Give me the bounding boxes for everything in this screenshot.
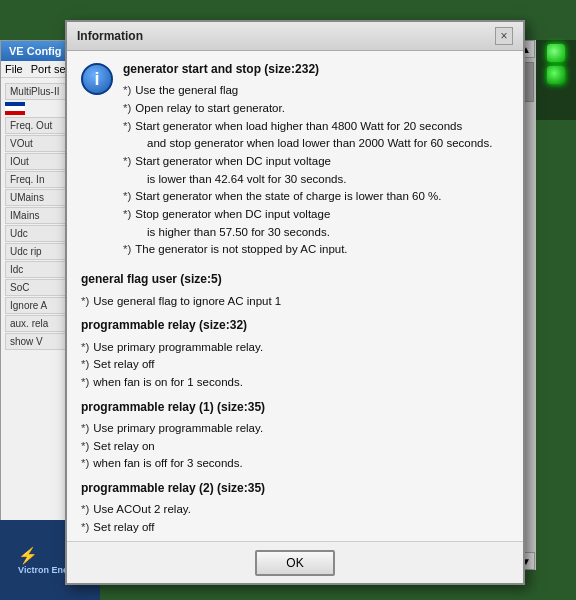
bullet-symbol: *) [123, 206, 131, 223]
bullet-text: Start generator when the state of charge… [135, 188, 509, 205]
bullet-item: *) Use the general flag [123, 82, 509, 99]
indent-item: and stop generator when load lower than … [123, 135, 509, 152]
bullet-item: *) The generator is not stopped by AC in… [123, 241, 509, 258]
bullet-item: *) Use primary programmable relay. [81, 339, 509, 356]
bullet-text: Use ACOut 2 relay. [93, 501, 509, 518]
bullet-symbol: *) [81, 501, 89, 518]
prog-relay-1-section: programmable relay (1) (size:35) *) Use … [81, 399, 509, 472]
bullet-symbol: *) [81, 356, 89, 373]
prog-relay-2-header: programmable relay (2) (size:35) [81, 480, 509, 497]
general-flag-section: general flag user (size:5) *) Use genera… [81, 271, 509, 309]
bullet-item: *) Start generator when load higher than… [123, 118, 509, 135]
bullet-symbol: *) [123, 188, 131, 205]
prog-relay-2-section: programmable relay (2) (size:35) *) Use … [81, 480, 509, 542]
dialog-close-button[interactable]: × [495, 27, 513, 45]
bullet-item: *) Stop generator when DC input voltage [123, 206, 509, 223]
led-dot-2 [547, 66, 565, 84]
bullet-symbol: *) [81, 339, 89, 356]
bullet-text: Set relay off [93, 356, 509, 373]
bullet-symbol: *) [81, 438, 89, 455]
bullet-symbol: *) [123, 241, 131, 258]
bullet-symbol: *) [81, 420, 89, 437]
bg-app-title: VE Config [9, 45, 62, 57]
bullet-symbol: *) [81, 293, 89, 310]
bullet-text: Start generator when DC input voltage [135, 153, 509, 170]
bullet-text: Use primary programmable relay. [93, 420, 509, 437]
prog-relay-section: programmable relay (size:32) *) Use prim… [81, 317, 509, 390]
dialog-titlebar: Information × [67, 22, 523, 51]
led-dot-1 [547, 44, 565, 62]
ok-button[interactable]: OK [255, 550, 335, 576]
bullet-item: *) Start generator when the state of cha… [123, 188, 509, 205]
bg-menu-file: File [5, 63, 23, 75]
gen-info-section: i generator start and stop (size:232) *)… [81, 61, 509, 259]
dialog-footer: OK [67, 541, 523, 583]
gen-section-header: generator start and stop (size:232) [123, 61, 509, 78]
bullet-text: when fan is on for 1 seconds. [93, 374, 509, 391]
bullet-text: Set relay on [93, 438, 509, 455]
info-icon: i [81, 63, 113, 95]
bullet-item: *) when fan is on for 1 seconds. [81, 374, 509, 391]
bullet-item: *) when fan is off for 3 seconds. [81, 455, 509, 472]
bullet-symbol: *) [81, 374, 89, 391]
bullet-item: *) Open relay to start generator. [123, 100, 509, 117]
bullet-text: Set relay off [93, 519, 509, 536]
bullet-item: *) Use ACOut 2 relay. [81, 501, 509, 518]
dialog-content: i generator start and stop (size:232) *)… [67, 51, 523, 542]
flag-icon [5, 102, 25, 115]
bullet-symbol: *) [123, 118, 131, 135]
bullet-text: Use the general flag [135, 82, 509, 99]
bullet-text: Open relay to start generator. [135, 100, 509, 117]
bullet-item: *) Use general flag to ignore AC input 1 [81, 293, 509, 310]
bullet-text: Stop generator when DC input voltage [135, 206, 509, 223]
bullet-text: Use primary programmable relay. [93, 339, 509, 356]
prog-relay-1-header: programmable relay (1) (size:35) [81, 399, 509, 416]
bullet-symbol: *) [81, 519, 89, 536]
bullet-text: when fan is off for 3 seconds. [93, 455, 509, 472]
led-indicator [536, 40, 576, 120]
bullet-text: The generator is not stopped by AC input… [135, 241, 509, 258]
bullet-item: *) Set relay on [81, 438, 509, 455]
bullet-item: *) Start generator when DC input voltage [123, 153, 509, 170]
information-dialog: Information × i generator start and stop… [65, 20, 525, 585]
dialog-title: Information [77, 29, 143, 43]
indent-item: is higher than 57.50 for 30 seconds. [123, 224, 509, 241]
bullet-symbol: *) [123, 153, 131, 170]
bullet-item: *) Set relay off [81, 356, 509, 373]
bullet-symbol: *) [81, 455, 89, 472]
general-flag-header: general flag user (size:5) [81, 271, 509, 288]
bullet-symbol: *) [123, 82, 131, 99]
bullet-text: Use general flag to ignore AC input 1 [93, 293, 509, 310]
prog-relay-header: programmable relay (size:32) [81, 317, 509, 334]
bullet-symbol: *) [123, 100, 131, 117]
bullet-text: Start generator when load higher than 48… [135, 118, 509, 135]
bullet-item: *) Use primary programmable relay. [81, 420, 509, 437]
bullet-item: *) Set relay off [81, 519, 509, 536]
gen-section-text: generator start and stop (size:232) *) U… [123, 61, 509, 259]
indent-item: is lower than 42.64 volt for 30 seconds. [123, 171, 509, 188]
